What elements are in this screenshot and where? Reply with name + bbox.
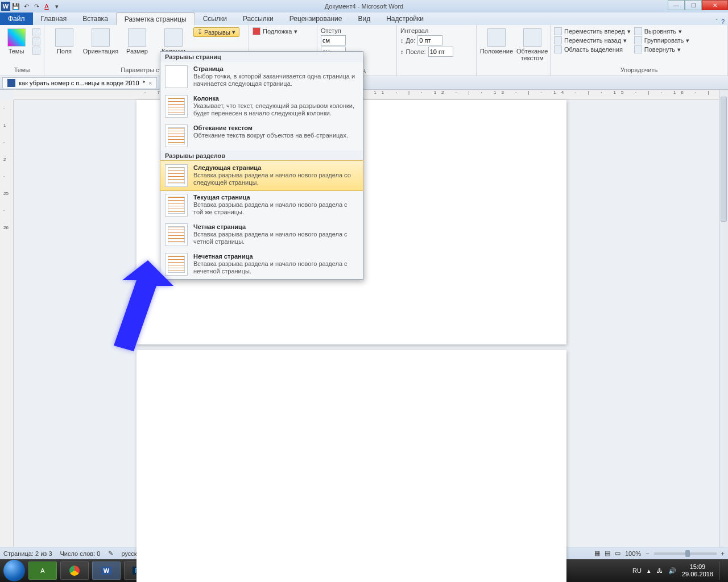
title-bar: W 💾 ↶ ↷ A ▾ Документ4 - Microsoft Word —…	[0, 0, 728, 13]
quick-access-toolbar: W 💾 ↶ ↷ A ▾	[0, 2, 61, 11]
theme-fonts-icon[interactable]	[32, 38, 40, 45]
vertical-scrollbar[interactable]	[719, 90, 728, 547]
qat-more-icon[interactable]: ▾	[52, 2, 61, 11]
show-desktop-button[interactable]	[719, 562, 725, 580]
bring-forward-button[interactable]: Переместить вперед ▾	[554, 27, 631, 35]
taskbar-chrome[interactable]	[60, 562, 89, 580]
window-title: Документ4 - Microsoft Word	[325, 3, 403, 10]
word-icon: W	[1, 2, 10, 11]
section-break-even-page[interactable]: Четная страницаВставка разрыва раздела и…	[160, 220, 363, 250]
vertical-ruler[interactable]: ·1·2 ·25·26	[0, 100, 14, 547]
svg-marker-1	[114, 260, 173, 351]
section-break-continuous[interactable]: Текущая страницаВставка разрыва раздела …	[160, 190, 363, 220]
tab-addins[interactable]: Надстройки	[378, 13, 432, 25]
annotation-arrow	[97, 255, 176, 374]
tray-clock[interactable]: 15:09 29.06.2018	[682, 563, 713, 578]
section-break-next-page[interactable]: Следующая страницаВставка разрыва раздел…	[160, 160, 363, 191]
undo-icon[interactable]: ↶	[22, 2, 31, 11]
themes-button[interactable]: Темы	[3, 26, 29, 55]
send-backward-button[interactable]: Переместить назад ▾	[554, 36, 631, 44]
zoom-slider[interactable]	[654, 552, 717, 555]
status-page[interactable]: Страница: 2 из 3	[3, 550, 52, 557]
watermark-button[interactable]: Подложка ▾	[253, 27, 297, 35]
rotate-button[interactable]: Повернуть ▾	[634, 45, 690, 53]
tab-mailings[interactable]: Рассылки	[235, 13, 282, 25]
group-themes-label: Темы	[3, 66, 40, 74]
gallery-header-page-breaks: Разрывы страниц	[160, 52, 363, 62]
view-web-icon[interactable]: ▭	[615, 550, 621, 557]
document-tab-strip: как убрать номер с п...ницы в ворде 2010…	[0, 76, 728, 90]
tab-review[interactable]: Рецензирование	[282, 13, 350, 25]
workspace: · 7 · | · 8 · | · 9 · | · 10 · | · 11 · …	[0, 90, 728, 547]
tab-page-layout[interactable]: Разметка страницы	[116, 13, 195, 25]
spacing-before-spinner[interactable]: ↕ До:	[400, 35, 453, 45]
columns-button[interactable]: Колонки	[157, 26, 190, 55]
zoom-out-button[interactable]: −	[646, 550, 649, 557]
view-print-layout-icon[interactable]: ▦	[594, 550, 600, 557]
document-page-2[interactable]	[136, 350, 566, 582]
spacing-after-spinner[interactable]: ↕ После:	[400, 47, 453, 57]
font-color-icon[interactable]: A	[42, 2, 51, 11]
section-break-odd-page[interactable]: Нечетная страницаВставка разрыва раздела…	[160, 250, 363, 279]
taskbar-app-1[interactable]: A	[28, 562, 57, 580]
tray-network-icon[interactable]: 🖧	[656, 567, 663, 574]
margins-button[interactable]: Поля	[48, 26, 81, 55]
document-tab-close-icon[interactable]: ×	[148, 80, 152, 86]
zoom-in-button[interactable]: +	[721, 550, 725, 557]
align-button[interactable]: Выровнять ▾	[634, 27, 690, 35]
selection-pane-button[interactable]: Область выделения	[554, 45, 631, 53]
ribbon: Темы Темы Поля Ориентация Размер Колонки…	[0, 25, 728, 76]
tab-insert[interactable]: Вставка	[75, 13, 116, 25]
tab-home[interactable]: Главная	[33, 13, 75, 25]
document-tab-name: как убрать номер с п...ницы в ворде 2010	[19, 80, 139, 86]
minimize-button[interactable]: —	[668, 0, 685, 10]
size-button[interactable]: Размер	[121, 26, 154, 55]
interval-label: Интервал	[400, 27, 453, 34]
scrollbar-thumb[interactable]	[721, 97, 727, 222]
break-page[interactable]: СтраницаВыбор точки, в которой заканчива…	[160, 62, 363, 92]
break-column[interactable]: КолонкаУказывает, что текст, следующий з…	[160, 92, 363, 121]
horizontal-ruler[interactable]: · 7 · | · 8 · | · 9 · | · 10 · | · 11 · …	[14, 90, 719, 100]
file-tab[interactable]: Файл	[0, 13, 33, 25]
tray-language[interactable]: RU	[632, 567, 642, 574]
breaks-dropdown[interactable]: ↧Разрывы▾	[193, 27, 239, 37]
redo-icon[interactable]: ↷	[32, 2, 41, 11]
ribbon-tabs: Файл Главная Вставка Разметка страницы С…	[0, 13, 728, 25]
tab-view[interactable]: Вид	[350, 13, 378, 25]
indent-left-spinner[interactable]	[321, 35, 346, 45]
document-icon	[7, 79, 15, 87]
close-button[interactable]: ✕	[702, 0, 728, 10]
view-read-mode-icon[interactable]: ▤	[605, 550, 610, 557]
taskbar-word[interactable]: W	[92, 562, 121, 580]
gallery-header-section-breaks: Разрывы разделов	[160, 151, 363, 161]
group-button[interactable]: Группировать ▾	[634, 36, 690, 44]
start-button[interactable]	[3, 560, 25, 581]
help-icon[interactable]: ?	[721, 18, 725, 25]
theme-effects-icon[interactable]	[32, 47, 40, 55]
theme-colors-icon[interactable]	[32, 28, 40, 36]
maximize-button[interactable]: ☐	[685, 0, 702, 10]
position-button[interactable]: Положение	[480, 26, 513, 55]
break-text-wrap[interactable]: Обтекание текстомОбтекание текста вокруг…	[160, 121, 363, 151]
orientation-button[interactable]: Ориентация	[84, 26, 117, 55]
indent-label: Отступ	[321, 27, 346, 34]
tray-volume-icon[interactable]: 🔊	[668, 567, 676, 575]
status-word-count[interactable]: Число слов: 0	[60, 550, 101, 557]
group-arrange-label: Упорядочить	[554, 66, 724, 74]
breaks-gallery: Разрывы страниц СтраницаВыбор точки, в к…	[160, 51, 363, 280]
status-proofing-icon[interactable]: ✎	[108, 550, 113, 557]
minimize-ribbon-icon[interactable]: ˇ	[715, 18, 718, 25]
document-tab[interactable]: как убрать номер с п...ницы в ворде 2010…	[2, 77, 157, 88]
zoom-value[interactable]: 100%	[625, 550, 641, 557]
tab-references[interactable]: Ссылки	[195, 13, 235, 25]
tray-flag-icon[interactable]: ▴	[647, 567, 651, 575]
text-wrap-button[interactable]: Обтекание текстом	[516, 26, 548, 61]
save-icon[interactable]: 💾	[11, 2, 20, 11]
document-dirty-indicator: *	[143, 80, 145, 86]
